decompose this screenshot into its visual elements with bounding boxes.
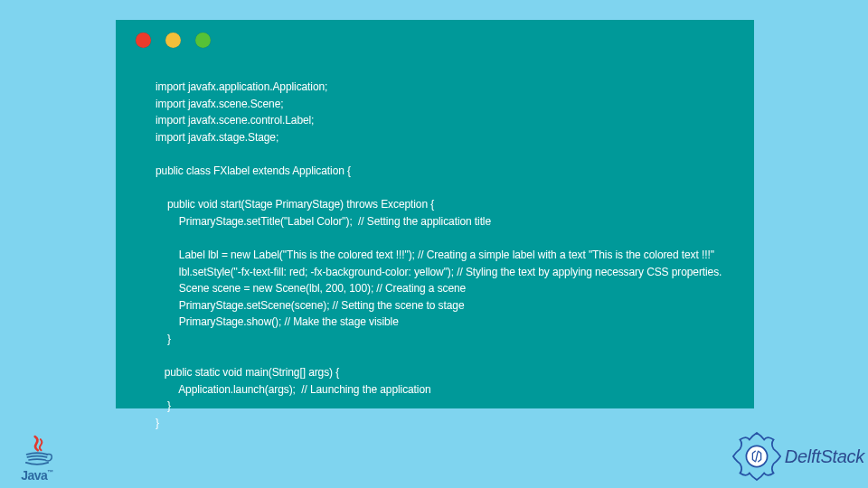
- code-line: Application.launch(args); // Launching t…: [156, 383, 431, 396]
- code-line: import javafx.application.Application;: [156, 80, 327, 93]
- code-line: import javafx.scene.control.Label;: [156, 114, 314, 127]
- close-dot[interactable]: [136, 33, 151, 48]
- code-window: import javafx.application.Application; i…: [116, 20, 754, 408]
- code-line: }: [156, 417, 159, 429]
- delftstack-wordmark: DelftStack: [785, 446, 864, 467]
- code-line: }: [156, 333, 171, 345]
- code-line: PrimaryStage.setScene(scene); // Setting…: [156, 299, 464, 312]
- window-controls: [116, 20, 754, 61]
- code-line: public class FXlabel extends Application…: [156, 164, 351, 177]
- code-line: PrimaryStage.show(); // Make the stage v…: [156, 315, 399, 328]
- minimize-dot[interactable]: [165, 33, 181, 48]
- code-line: PrimaryStage.setTitle("Label Color"); //…: [156, 215, 491, 228]
- code-body: import javafx.application.Application; i…: [116, 61, 754, 440]
- java-logo: Java™: [11, 434, 63, 483]
- code-line: lbl.setStyle("-fx-text-fill: red; -fx-ba…: [156, 266, 722, 278]
- code-line: public static void main(String[] args) {: [156, 366, 339, 379]
- maximize-dot[interactable]: [195, 33, 211, 48]
- delftstack-logo: DelftStack: [731, 430, 864, 483]
- code-line: }: [156, 399, 171, 412]
- code-line: Scene scene = new Scene(lbl, 200, 100); …: [156, 282, 466, 295]
- code-line: public void start(Stage PrimaryStage) th…: [156, 198, 434, 211]
- code-line: import javafx.scene.Scene;: [156, 98, 283, 110]
- delftstack-badge-icon: [731, 430, 783, 483]
- java-wordmark: Java™: [11, 468, 63, 483]
- java-cup-icon: [20, 434, 54, 468]
- code-line: Label lbl = new Label("This is the color…: [156, 249, 714, 261]
- code-line: import javafx.stage.Stage;: [156, 131, 278, 144]
